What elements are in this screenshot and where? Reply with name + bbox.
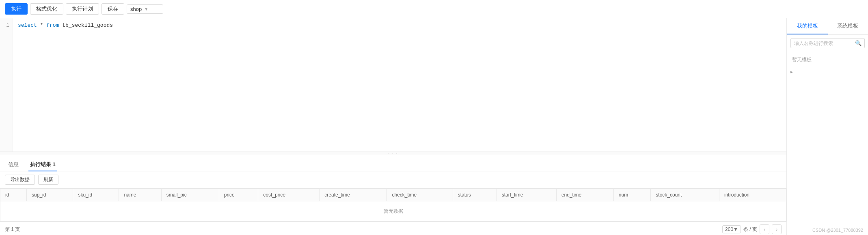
table-header-row: idsup_idsku_idnamesmall_picpricecost_pri…: [0, 189, 786, 201]
template-search-box[interactable]: 🔍: [790, 38, 865, 48]
watermark: CSDN @2301_77888392: [812, 228, 863, 233]
col-price: price: [219, 189, 258, 201]
refresh-button[interactable]: 刷新: [38, 175, 58, 185]
col-cost_price: cost_price: [258, 189, 320, 201]
template-empty-label: 暂无模板: [787, 51, 868, 68]
col-id: id: [0, 189, 27, 201]
col-sup_id: sup_id: [27, 189, 73, 201]
sql-editor[interactable]: 1 select * from tb_seckill_goods: [0, 18, 786, 152]
code-star: *: [37, 22, 46, 28]
execute-button[interactable]: 执行: [5, 3, 28, 15]
template-search-input[interactable]: [794, 41, 855, 46]
col-num: num: [613, 189, 651, 201]
next-page-button[interactable]: ›: [772, 224, 782, 234]
template-tabs: 我的模板 系统模板: [787, 18, 868, 35]
page-label: 第 1 页: [5, 226, 20, 233]
result-actions: 导出数据 刷新: [0, 171, 786, 188]
per-page-label: 条 / 页: [743, 226, 757, 233]
col-status: status: [453, 189, 497, 201]
pagination: 第 1 页 200 ▼ 条 / 页 ‹ ›: [0, 222, 786, 235]
right-panel: 我的模板 系统模板 🔍 暂无模板 ►: [787, 18, 868, 235]
search-icon[interactable]: 🔍: [855, 40, 862, 46]
tab-result[interactable]: 执行结果 1: [28, 158, 57, 171]
result-table-wrapper[interactable]: idsup_idsku_idnamesmall_picpricecost_pri…: [0, 188, 786, 222]
chevron-down-icon: ▼: [733, 226, 738, 232]
format-button[interactable]: 格式优化: [30, 3, 63, 15]
col-name: name: [119, 189, 161, 201]
collapse-icon[interactable]: ►: [787, 68, 868, 76]
db-selector[interactable]: shop ▼: [127, 4, 163, 14]
tab-info[interactable]: 信息: [6, 158, 20, 171]
chevron-down-icon: ▼: [144, 7, 148, 11]
export-button[interactable]: 导出数据: [5, 175, 35, 185]
col-small_pic: small_pic: [161, 189, 219, 201]
col-create_time: create_time: [320, 189, 387, 201]
col-stock_count: stock_count: [651, 189, 719, 201]
main-area: 1 select * from tb_seckill_goods · · · 信…: [0, 18, 868, 235]
table-empty-row: 暂无数据: [0, 201, 786, 222]
code-content[interactable]: select * from tb_seckill_goods: [13, 18, 786, 152]
page-size-select[interactable]: 200 ▼: [722, 225, 741, 233]
col-sku_id: sku_id: [73, 189, 119, 201]
pagination-right: 200 ▼ 条 / 页 ‹ ›: [722, 224, 782, 234]
page-size-value: 200: [725, 226, 733, 232]
empty-text: 暂无数据: [0, 201, 786, 222]
tab-system-template[interactable]: 系统模板: [828, 18, 868, 34]
toolbar: 执行 格式优化 执行计划 保存 shop ▼: [0, 0, 868, 18]
result-table: idsup_idsku_idnamesmall_picpricecost_pri…: [0, 188, 786, 222]
col-introduction: introduction: [719, 189, 786, 201]
keyword-from: from: [46, 22, 59, 28]
plan-button[interactable]: 执行计划: [66, 3, 99, 15]
code-table: tb_seckill_goods: [59, 22, 113, 28]
prev-page-button[interactable]: ‹: [760, 224, 769, 234]
editor-panel: 1 select * from tb_seckill_goods · · · 信…: [0, 18, 787, 235]
keyword-select: select: [18, 22, 37, 28]
save-button[interactable]: 保存: [101, 3, 124, 15]
tab-my-template[interactable]: 我的模板: [787, 18, 828, 34]
resize-handle[interactable]: · · ·: [0, 152, 786, 155]
line-numbers: 1: [0, 18, 13, 152]
col-start_time: start_time: [497, 189, 556, 201]
result-tabs: 信息 执行结果 1: [0, 155, 786, 171]
db-name: shop: [130, 6, 142, 12]
col-check_time: check_time: [387, 189, 453, 201]
col-end_time: end_time: [556, 189, 613, 201]
